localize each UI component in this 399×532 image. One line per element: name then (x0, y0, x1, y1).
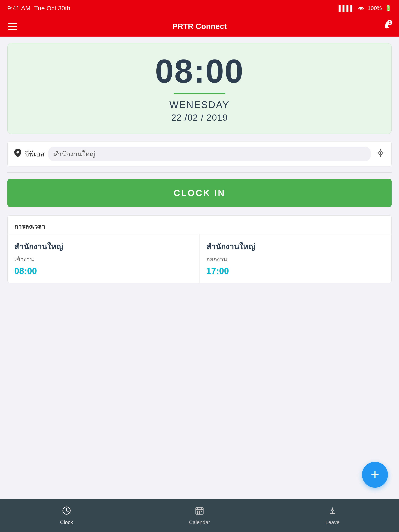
fab-button[interactable]: + (362, 462, 388, 488)
svg-point-6 (380, 152, 381, 153)
time-log-cell-out: สำนักงานใหญ่ ออกงาน 17:00 (200, 234, 392, 283)
status-time: 9:41 AM (7, 5, 31, 12)
status-bar-left: 9:41 AM Tue Oct 30th (7, 5, 70, 12)
svg-rect-19 (199, 513, 200, 514)
battery-icon: 🔋 (385, 5, 392, 12)
tab-clock-label: Clock (60, 519, 73, 525)
time-log-location-in: สำนักงานใหญ่ (14, 241, 193, 253)
time-log-header: การลงเวลา (7, 215, 392, 234)
main-content: 08:00 WENESDAY 22 /02 / 2019 จีพีเอส (0, 37, 399, 395)
time-log-type-in: เข้างาน (14, 254, 193, 264)
svg-rect-17 (201, 511, 202, 512)
time-log-type-out: ออกงาน (206, 254, 385, 264)
tab-leave[interactable]: Leave (266, 506, 399, 525)
battery-text: 100% (367, 5, 382, 11)
svg-rect-15 (197, 511, 198, 512)
time-log-row: สำนักงานใหญ่ เข้างาน 08:00 สำนักงานใหญ่ … (7, 234, 392, 283)
nav-title: PRTR Connect (172, 22, 227, 31)
tab-calendar[interactable]: Calendar (133, 506, 266, 525)
time-log-section: การลงเวลา สำนักงานใหญ่ เข้างาน 08:00 สำน… (7, 215, 392, 283)
location-pin-icon (14, 149, 21, 159)
clock-time: 08:00 (155, 55, 244, 88)
gps-icon[interactable] (376, 149, 385, 159)
svg-rect-16 (199, 511, 200, 512)
clock-in-button[interactable]: CLOCK IN (7, 179, 392, 207)
clock-card: 08:00 WENESDAY 22 /02 / 2019 (7, 43, 392, 134)
clock-day: WENESDAY (169, 99, 230, 110)
time-log-cell-in: สำนักงานใหญ่ เข้างาน 08:00 (7, 234, 200, 283)
wifi-icon (357, 5, 365, 12)
nav-bar: PRTR Connect 2 (0, 16, 399, 37)
status-bar: 9:41 AM Tue Oct 30th ▌▌▌▌ 100% 🔋 (0, 0, 399, 16)
menu-button[interactable] (8, 23, 17, 30)
svg-rect-18 (197, 513, 198, 514)
screen: 9:41 AM Tue Oct 30th ▌▌▌▌ 100% 🔋 PRTR Co… (0, 0, 399, 532)
status-date: Tue Oct 30th (34, 5, 70, 12)
svg-rect-21 (330, 513, 335, 514)
clock-date: 22 /02 / 2019 (171, 113, 228, 123)
tab-calendar-label: Calendar (189, 519, 210, 525)
fab-icon: + (371, 467, 379, 482)
tab-bar: Clock Calendar (0, 499, 399, 532)
signal-icon: ▌▌▌▌ (339, 5, 354, 11)
status-bar-right: ▌▌▌▌ 100% 🔋 (339, 5, 392, 12)
svg-point-10 (66, 510, 67, 511)
leave-tab-icon (328, 506, 337, 518)
bell-button[interactable]: 2 (383, 21, 391, 32)
tab-clock[interactable]: Clock (0, 506, 133, 525)
location-input[interactable] (48, 147, 371, 161)
divider (7, 172, 392, 173)
clock-divider (174, 93, 225, 94)
calendar-tab-icon (195, 506, 204, 518)
svg-point-0 (16, 151, 19, 153)
time-log-location-out: สำนักงานใหญ่ (206, 241, 385, 253)
location-row: จีพีเอส (7, 141, 392, 166)
time-log-time-in: 08:00 (14, 266, 193, 276)
bell-badge: 2 (387, 20, 392, 25)
empty-area: + (0, 395, 399, 499)
tab-leave-label: Leave (325, 519, 340, 525)
location-label: จีพีเอส (25, 148, 45, 160)
clock-tab-icon (62, 506, 71, 518)
time-log-time-out: 17:00 (206, 266, 385, 276)
